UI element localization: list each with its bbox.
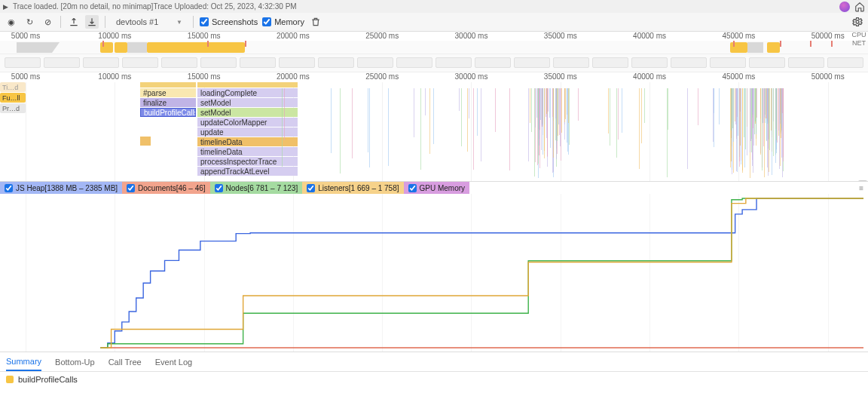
tab-event-log[interactable]: Event Log — [155, 354, 193, 370]
record-button[interactable]: ◉ — [5, 15, 18, 29]
globe-icon[interactable] — [839, 2, 850, 12]
time-tick: 30000 ms — [455, 32, 488, 40]
flame-entry[interactable]: processInspectorTrace — [197, 157, 298, 166]
clear-button[interactable]: ⊘ — [41, 15, 54, 29]
summary-function: buildProfileCalls — [18, 375, 78, 384]
overview-time-axis: 5000 ms10000 ms15000 ms20000 ms25000 ms3… — [0, 32, 868, 41]
legend-documents[interactable]: Documents[46 – 46] — [122, 182, 210, 195]
summary-swatch — [6, 376, 14, 383]
flame-entry[interactable]: update — [197, 127, 298, 137]
screenshots-checkbox-input[interactable] — [200, 17, 209, 26]
screenshot-thumb[interactable] — [436, 57, 472, 68]
time-tick: 20000 ms — [277, 32, 310, 40]
flame-entry[interactable]: finalize — [140, 98, 196, 107]
flame-entry[interactable]: updateColorMapper — [197, 118, 298, 127]
flame-entry[interactable]: loadingComplete — [197, 88, 298, 97]
upload-button[interactable] — [67, 15, 81, 29]
status-bar: ▶ Trace loaded. [20m no detail, no minim… — [0, 0, 868, 13]
screenshot-thumb[interactable] — [827, 57, 863, 68]
screenshot-thumb[interactable] — [318, 57, 354, 68]
screenshot-thumb[interactable] — [279, 57, 315, 68]
memory-series-nodes — [100, 198, 863, 348]
screenshot-thumb[interactable] — [200, 57, 237, 68]
summary-row: buildProfileCalls — [0, 372, 868, 387]
time-tick: 50000 ms — [811, 32, 845, 40]
screenshot-thumb[interactable] — [161, 57, 197, 68]
legend-listeners[interactable]: Listeners[1 669 – 1 758] — [302, 182, 403, 195]
main-time-axis: 5000 ms10000 ms15000 ms20000 ms25000 ms3… — [0, 72, 868, 82]
flame-entry[interactable]: timelineData — [197, 147, 298, 156]
flame-task[interactable] — [140, 82, 196, 88]
flame-entry[interactable]: buildProfileCalls — [140, 108, 196, 117]
memory-series-listeners — [100, 198, 863, 348]
flame-entry[interactable]: setModel — [197, 108, 298, 117]
memory-chart[interactable] — [0, 194, 868, 352]
legend-jsheap[interactable]: JS Heap[1388 MB – 2385 MB] — [0, 182, 122, 195]
reload-button[interactable]: ↻ — [23, 15, 36, 29]
screenshot-thumb[interactable] — [631, 57, 668, 68]
screenshot-thumb[interactable] — [475, 57, 511, 68]
time-tick: 45000 ms — [722, 72, 755, 81]
screenshot-thumb[interactable] — [710, 57, 746, 68]
flame-entry[interactable]: appendTrackAtLevel — [197, 167, 298, 176]
play-icon[interactable]: ▶ — [3, 3, 8, 11]
overview-ruler[interactable] — [0, 41, 868, 54]
track-main[interactable]: Fu…ll — [0, 93, 26, 103]
flame-chart[interactable]: Ti…d Fu…ll Pr…d otasks #parsefinalizebui… — [0, 82, 868, 181]
time-tick: 50000 ms — [811, 72, 845, 81]
flame-entry[interactable]: timelineData — [197, 137, 298, 146]
screenshot-thumb[interactable] — [396, 57, 432, 68]
flame-entry[interactable]: setModel — [197, 98, 298, 107]
time-tick: 25000 ms — [365, 72, 399, 81]
track-timings[interactable]: Ti…d — [0, 82, 26, 92]
garbage-collect-button[interactable] — [309, 15, 322, 29]
time-tick: 35000 ms — [544, 32, 577, 40]
screenshot-thumb[interactable] — [749, 57, 785, 68]
cpu-net-labels: CPU NET — [850, 31, 868, 48]
home-icon[interactable] — [854, 2, 865, 12]
memory-series-js-heap-mb- — [100, 198, 863, 348]
screenshot-thumb[interactable] — [592, 57, 628, 68]
legend-nodes[interactable]: Nodes[6 781 – 7 123] — [210, 182, 303, 195]
screenshot-thumb[interactable] — [553, 57, 589, 68]
time-tick: 40000 ms — [633, 72, 666, 81]
screenshot-strip[interactable] — [0, 54, 868, 72]
screenshot-thumb[interactable] — [671, 57, 707, 68]
screenshot-thumb[interactable] — [788, 57, 824, 68]
legend-gpu[interactable]: GPU Memory — [404, 182, 470, 195]
session-select[interactable]: devtools #1 ▼ — [112, 16, 187, 28]
time-tick: 40000 ms — [633, 32, 666, 40]
time-tick: 10000 ms — [98, 32, 131, 40]
memory-legend: JS Heap[1388 MB – 2385 MB] Documents[46 … — [0, 181, 868, 194]
memory-checkbox[interactable]: Memory — [262, 17, 304, 26]
menu-icon[interactable]: ≡ — [859, 184, 863, 192]
settings-icon[interactable] — [851, 16, 863, 28]
time-tick: 5000 ms — [11, 32, 40, 40]
memory-checkbox-input[interactable] — [262, 17, 271, 26]
screenshot-thumb[interactable] — [357, 57, 393, 68]
net-label: NET — [850, 39, 868, 48]
track-labels: Ti…d Fu…ll Pr…d — [0, 82, 26, 114]
flame-entry[interactable] — [140, 137, 151, 146]
screenshot-thumb[interactable] — [83, 57, 119, 68]
chevron-down-icon: ▼ — [176, 19, 182, 26]
screenshot-thumb[interactable] — [44, 57, 80, 68]
time-tick: 15000 ms — [188, 32, 221, 40]
flame-task[interactable] — [197, 82, 298, 88]
cpu-label: CPU — [850, 31, 868, 39]
tab-summary[interactable]: Summary — [6, 353, 41, 371]
tab-call-tree[interactable]: Call Tree — [108, 354, 142, 370]
download-button[interactable] — [85, 15, 99, 29]
trace-status: Trace loaded. [20m no detail, no minimap… — [13, 2, 153, 11]
trace-uploaded: Trace Uploaded: Oct 25, 2023, 4:32:30 PM — [153, 2, 296, 11]
screenshot-thumb[interactable] — [5, 57, 41, 68]
time-tick: 15000 ms — [188, 72, 221, 81]
screenshot-thumb[interactable] — [122, 57, 158, 68]
flame-entry[interactable]: #parse — [140, 88, 196, 97]
tab-bottom-up[interactable]: Bottom-Up — [55, 354, 95, 370]
screenshots-checkbox[interactable]: Screenshots — [200, 17, 258, 26]
screenshot-thumb[interactable] — [514, 57, 550, 68]
track-raster[interactable]: Pr…d — [0, 103, 26, 113]
time-tick: 25000 ms — [365, 32, 399, 40]
screenshot-thumb[interactable] — [240, 57, 276, 68]
